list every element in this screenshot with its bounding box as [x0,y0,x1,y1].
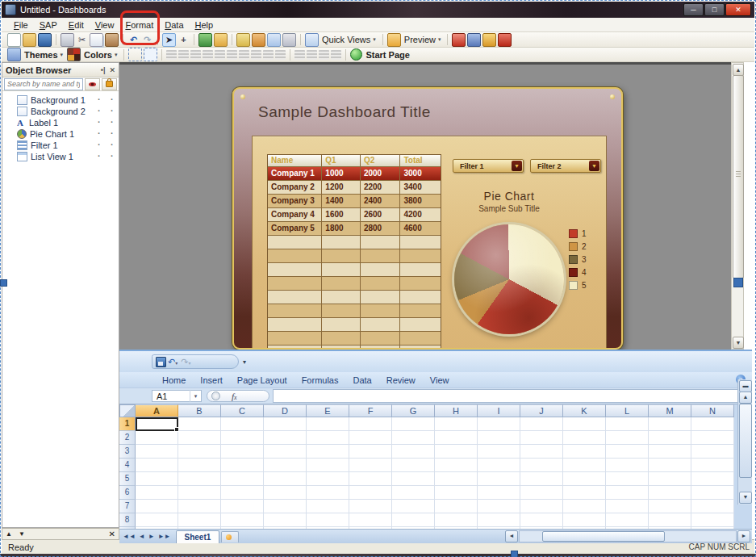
row-header[interactable]: 4 [119,459,136,472]
row-header[interactable]: 2 [119,431,136,445]
column-header[interactable]: N [691,404,734,417]
save-icon[interactable] [38,33,52,47]
name-box[interactable]: A1 ▾ [152,390,202,402]
new-icon[interactable] [7,33,21,47]
menu-sap[interactable]: SAP [34,19,63,31]
sheet-tab-sheet1[interactable]: Sheet1 [176,530,220,543]
table-row[interactable]: Company 2 1200 2200 3400 [268,181,441,195]
scroll-right-icon[interactable]: ► [737,530,750,542]
scroll-up-icon[interactable]: ▲ [739,392,752,404]
column-header[interactable]: J [520,404,563,417]
dashboard-preview[interactable]: Sample Dashboard Title Name Q1 Q2 Total … [232,87,623,350]
lock-icon[interactable] [102,78,117,90]
pin-icon[interactable]: •| [101,66,106,74]
tree-item-label-1[interactable]: A Label 1 ·· [2,117,119,128]
row-header-1[interactable]: 1 [119,417,136,431]
column-header[interactable]: E [307,404,349,417]
footer-close-icon[interactable]: ✕ [109,530,115,538]
filter-2-combobox[interactable]: Filter 2 ▼ [530,159,601,173]
column-header[interactable]: D [264,404,307,417]
tree-item-background-1[interactable]: Background 1 ·· [2,94,119,106]
align-left-icon[interactable] [166,50,177,60]
window-icon[interactable] [282,33,296,47]
align-center-icon[interactable] [178,50,189,60]
align-top-icon[interactable] [203,50,213,60]
sample-window-icon[interactable] [267,33,281,47]
close-button[interactable]: ✕ [725,3,751,16]
space-evenly-v-icon[interactable] [251,50,261,60]
align-bottom-icon[interactable] [227,50,237,60]
cut-icon[interactable]: ✂ [76,34,88,46]
send-to-back-icon[interactable] [331,50,341,60]
group-icon[interactable] [128,48,142,61]
start-page-icon[interactable] [350,48,362,61]
h-scroll-thumb[interactable] [542,531,665,542]
components-icon[interactable]: + [178,34,190,46]
table-row[interactable]: Company 3 1400 2400 3800 [268,195,441,208]
tab-view[interactable]: View [423,374,457,387]
ungroup-icon[interactable] [144,48,157,61]
quick-views-icon[interactable] [305,33,319,47]
same-height-icon[interactable] [275,50,286,60]
themes-button[interactable]: Themes [24,50,58,60]
manage-spreadsheet-icon[interactable] [236,33,250,47]
tab-formulas[interactable]: Formulas [294,374,346,387]
split-handle[interactable]: ▬ [739,380,752,392]
menu-help[interactable]: Help [190,19,219,31]
row-header[interactable]: 3 [119,445,136,459]
same-width-icon[interactable] [263,50,274,60]
tab-home[interactable]: Home [155,374,193,387]
first-sheet-icon[interactable]: ◄◄ [123,533,136,540]
sap-connection-4-icon[interactable] [498,33,512,47]
row-header[interactable]: 5 [119,472,136,486]
preview-button[interactable]: Preview [404,35,436,44]
insert-function-button[interactable]: fx [207,390,269,402]
tab-data[interactable]: Data [345,374,378,387]
object-search-input[interactable] [4,78,83,90]
bring-to-front-icon[interactable] [294,50,305,60]
tab-insert[interactable]: Insert [193,374,230,387]
column-header[interactable]: H [435,404,478,417]
row-header[interactable]: 8 [119,513,136,527]
open-icon[interactable] [23,33,36,47]
row-header[interactable]: 6 [119,486,136,500]
tab-review[interactable]: Review [379,374,423,387]
last-sheet-icon[interactable]: ►► [158,533,171,540]
minimize-button[interactable]: ─ [683,3,704,16]
preview-icon[interactable] [387,33,401,47]
select-all-corner[interactable] [119,404,136,417]
column-header[interactable]: I [478,404,520,417]
h-scroll-track[interactable] [519,530,737,542]
customize-qat-icon[interactable]: ▾ [243,358,246,366]
send-backward-icon[interactable] [319,50,329,60]
quick-views-button[interactable]: Quick Views [322,35,370,44]
sap-connection-3-icon[interactable] [482,33,496,47]
themes-icon[interactable] [7,48,21,61]
row-header[interactable]: 7 [119,500,136,513]
move-up-icon[interactable]: ▲ [6,530,12,538]
row-header[interactable]: 9 [119,527,136,529]
sap-connection-1-icon[interactable] [452,33,466,47]
tab-page-layout[interactable]: Page Layout [230,374,294,387]
formula-bar[interactable] [273,389,752,403]
menu-file[interactable]: File [8,19,34,31]
filter-dropdown-icon[interactable]: ▼ [589,161,599,171]
export-model-icon[interactable] [214,33,228,47]
save-icon[interactable] [156,357,166,367]
space-evenly-h-icon[interactable] [239,50,249,60]
tree-item-filter-1[interactable]: Filter 1 ·· [2,140,119,151]
column-header[interactable]: M [649,404,691,417]
undo-icon[interactable]: ↶▾ [168,358,178,366]
tree-item-list-view-1[interactable]: List View 1 ·· [2,151,119,162]
hide-eye-icon[interactable] [85,78,100,90]
copy-icon[interactable] [90,33,103,47]
start-page-button[interactable]: Start Page [365,50,409,60]
colors-button[interactable]: Colors [84,50,112,60]
insert-worksheet-icon[interactable] [221,531,239,542]
filter-1-combobox[interactable]: Filter 1 ▼ [453,159,524,173]
bring-forward-icon[interactable] [307,50,317,60]
column-header-a[interactable]: A [136,404,178,417]
import-model-icon[interactable] [198,33,212,47]
redo-icon[interactable]: ↷▾ [181,358,190,366]
excel-vertical-scrollbar[interactable]: ▬ ▲ ▼ [737,379,752,505]
